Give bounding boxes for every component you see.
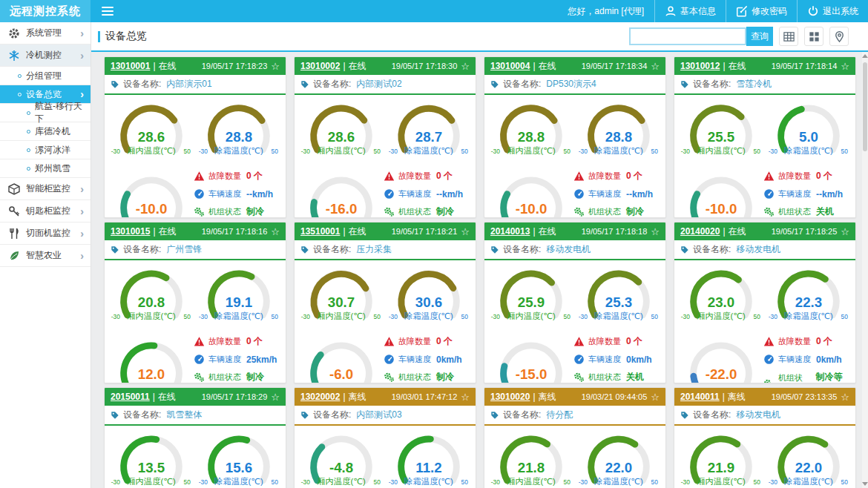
favorite-star-icon[interactable]: ☆ bbox=[841, 62, 849, 71]
topbar-menu-item[interactable]: 基本信息 bbox=[654, 0, 726, 22]
sidebar-item[interactable]: 智慧农业› bbox=[0, 245, 91, 267]
table-view-button[interactable] bbox=[779, 27, 798, 46]
gauge-set: -6.0设定温度(℃)-3050 bbox=[299, 334, 384, 383]
scroll-down-arrow[interactable] bbox=[862, 482, 868, 486]
favorite-star-icon[interactable]: ☆ bbox=[841, 392, 849, 402]
sidebar-item[interactable]: 航益-移行天下 bbox=[0, 104, 91, 122]
card-timestamp: 19/03/01 17:47:12 bbox=[392, 392, 458, 401]
info-value: 0 个 bbox=[816, 335, 832, 348]
favorite-star-icon[interactable]: ☆ bbox=[651, 62, 660, 71]
info-value: --km/h bbox=[246, 189, 273, 200]
warning-icon bbox=[573, 336, 585, 347]
card-header: 13010012|在线19/05/17 17:18:14☆ bbox=[674, 57, 855, 75]
favorite-star-icon[interactable]: ☆ bbox=[271, 62, 280, 71]
device-id-link[interactable]: 20140020 bbox=[680, 226, 720, 237]
topbar-menu-item[interactable]: 修改密码 bbox=[726, 0, 797, 22]
svg-text:21.8: 21.8 bbox=[518, 460, 545, 475]
device-id-link[interactable]: 13010001 bbox=[111, 61, 150, 71]
device-name-label: 设备名称: bbox=[313, 78, 351, 90]
device-id-link[interactable]: 13010015 bbox=[111, 226, 150, 237]
status-separator: | bbox=[343, 392, 345, 402]
svg-text:除霜温度(℃): 除霜温度(℃) bbox=[404, 146, 453, 155]
favorite-star-icon[interactable]: ☆ bbox=[271, 392, 280, 402]
device-id-link[interactable]: 13020002 bbox=[300, 392, 340, 402]
info-label: 故障数量 bbox=[398, 336, 431, 347]
device-name: 内部演示01 bbox=[166, 78, 211, 90]
info-speed: 车辆速度--km/h bbox=[573, 188, 661, 200]
device-id-link[interactable]: 20140013 bbox=[490, 226, 530, 237]
favorite-star-icon[interactable]: ☆ bbox=[461, 392, 470, 402]
tag-icon bbox=[111, 245, 119, 254]
status-separator: | bbox=[533, 61, 535, 71]
device-id-link[interactable]: 13010020 bbox=[490, 392, 530, 402]
topbar-right: 您好，admin [代理] 基本信息修改密码退出系统 bbox=[557, 0, 868, 22]
info-label: 机组状态 bbox=[208, 372, 241, 383]
svg-text:19.1: 19.1 bbox=[226, 294, 252, 310]
sidebar-item[interactable]: 漯河冰洋 bbox=[0, 141, 91, 159]
svg-text:50: 50 bbox=[461, 313, 469, 320]
card-header: 13020002|离线19/03/01 17:47:12☆ bbox=[295, 388, 476, 406]
info-label: 机组状态 bbox=[778, 206, 811, 217]
svg-text:21.9: 21.9 bbox=[708, 460, 734, 475]
info-speed: 车辆速度--km/h bbox=[194, 188, 281, 200]
sidebar-item[interactable]: 钥匙柜监控› bbox=[0, 200, 91, 222]
topbar-menu: 基本信息修改密码退出系统 bbox=[654, 0, 868, 22]
device-name: 凯雪整体 bbox=[166, 409, 202, 421]
sidebar-item[interactable]: 分组管理 bbox=[0, 67, 91, 85]
info-value: 25km/h bbox=[246, 355, 277, 365]
favorite-star-icon[interactable]: ☆ bbox=[651, 227, 660, 237]
gauge-defrost: 22.0除霜温度(℃)-3050 bbox=[576, 427, 661, 488]
sidebar-item[interactable]: 郑州凯雪 bbox=[0, 159, 91, 178]
hamburger-menu-icon[interactable] bbox=[102, 7, 114, 16]
device-info-list: 故障数量0 个车辆速度--km/h机组状态制冷信号强度52% bbox=[384, 158, 471, 218]
device-card: 13010001|在线19/05/17 17:18:23☆设备名称:内部演示01… bbox=[104, 56, 286, 218]
card-timestamp: 19/05/17 17:18:14 bbox=[772, 62, 838, 70]
device-id-link[interactable]: 13010002 bbox=[300, 61, 340, 71]
status-separator: | bbox=[723, 61, 725, 71]
favorite-star-icon[interactable]: ☆ bbox=[271, 227, 280, 237]
grid-view-button[interactable] bbox=[804, 27, 823, 46]
svg-text:厢内温度(℃): 厢内温度(℃) bbox=[317, 146, 366, 155]
svg-text:厢内温度(℃): 厢内温度(℃) bbox=[697, 311, 746, 320]
info-speed: 车辆速度0km/h bbox=[384, 354, 471, 365]
device-id-link[interactable]: 20140011 bbox=[680, 392, 720, 402]
gauge-defrost: 22.3除霜温度(℃)-3050 bbox=[766, 262, 851, 323]
device-status: 在线 bbox=[729, 60, 746, 73]
chevron-right-icon: › bbox=[80, 251, 86, 261]
device-name: 待分配 bbox=[546, 409, 573, 421]
device-name: 压力采集 bbox=[356, 243, 392, 256]
favorite-star-icon[interactable]: ☆ bbox=[841, 227, 849, 237]
device-id-link[interactable]: 13510001 bbox=[300, 226, 340, 237]
sidebar-item-label: 郑州凯雪 bbox=[35, 162, 70, 175]
gauge-inner: 25.9厢内温度(℃)-3050 bbox=[489, 262, 573, 323]
scrollbar-thumb[interactable] bbox=[863, 62, 867, 151]
device-id-link[interactable]: 13010004 bbox=[490, 61, 530, 71]
info-unit: 机组状态关机 bbox=[573, 371, 661, 383]
map-view-button[interactable] bbox=[829, 27, 849, 46]
tag-icon bbox=[300, 80, 309, 89]
card-timestamp: 19/05/17 17:18:18 bbox=[582, 227, 648, 236]
sidebar-item[interactable]: 切面机监控› bbox=[0, 222, 91, 245]
query-button[interactable]: 查询 bbox=[746, 27, 773, 46]
gears-icon bbox=[763, 206, 775, 217]
bullet-icon bbox=[18, 93, 22, 96]
search-input[interactable] bbox=[629, 27, 746, 45]
scroll-up-arrow[interactable] bbox=[862, 54, 868, 58]
svg-text:25.5: 25.5 bbox=[708, 129, 734, 145]
device-id-link[interactable]: 20150011 bbox=[111, 392, 150, 402]
device-name: 移动发电机 bbox=[736, 243, 780, 256]
sidebar-item[interactable]: 系统管理› bbox=[0, 22, 91, 44]
topbar-menu-item[interactable]: 退出系统 bbox=[797, 0, 868, 22]
card-name-row: 设备名称:雪莲冷机 bbox=[674, 75, 855, 95]
info-label: 机组状态 bbox=[588, 206, 621, 217]
favorite-star-icon[interactable]: ☆ bbox=[461, 227, 470, 237]
favorite-star-icon[interactable]: ☆ bbox=[651, 392, 660, 402]
device-info-list: 故障数量0 个车辆速度0km/h机组状态制冷信号强度81% bbox=[384, 323, 471, 383]
speed-icon bbox=[573, 354, 585, 365]
device-card: 13510001|在线19/05/17 17:18:21☆设备名称:压力采集30… bbox=[294, 222, 476, 383]
sidebar-item[interactable]: 智能柜监控› bbox=[0, 178, 91, 200]
device-id-link[interactable]: 13010012 bbox=[680, 61, 720, 71]
favorite-star-icon[interactable]: ☆ bbox=[461, 62, 470, 71]
sidebar-item[interactable]: 冷机测控› bbox=[0, 44, 91, 67]
info-label: 车辆速度 bbox=[588, 188, 621, 200]
